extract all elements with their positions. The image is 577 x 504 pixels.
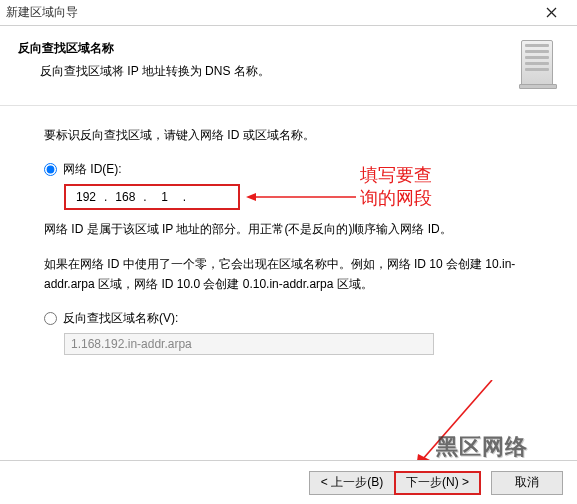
close-button[interactable] — [531, 1, 571, 25]
radio-network-id-label: 网络 ID(E): — [63, 161, 122, 178]
annotation-line1: 填写要查 — [360, 164, 432, 187]
svg-line-4 — [422, 380, 492, 460]
radio-network-id-input[interactable] — [44, 163, 57, 176]
annotation-text: 填写要查 询的网段 — [360, 164, 432, 211]
dot: . — [139, 190, 150, 204]
network-id-field[interactable]: . . . — [64, 184, 240, 210]
watermark-text: 黑区网络 — [436, 432, 528, 462]
dot: . — [100, 190, 111, 204]
cancel-button[interactable]: 取消 — [491, 471, 563, 495]
intro-text: 要标识反向查找区域，请键入网络 ID 或区域名称。 — [44, 126, 533, 145]
server-icon — [519, 40, 555, 98]
network-id-help: 网络 ID 是属于该区域 IP 地址的部分。用正常(不是反向的)顺序输入网络 I… — [44, 220, 533, 239]
radio-zone-name[interactable]: 反向查找区域名称(V): — [44, 310, 533, 327]
annotation-arrow-2 — [402, 380, 502, 470]
network-id-octet-2[interactable] — [111, 190, 139, 204]
wizard-footer: < 上一步(B) 下一步(N) > 取消 — [0, 460, 577, 504]
header-subtitle: 反向查找区域将 IP 地址转换为 DNS 名称。 — [40, 63, 559, 80]
zone-name-value: 1.168.192.in-addr.arpa — [71, 337, 192, 351]
next-button[interactable]: 下一步(N) > — [394, 471, 481, 495]
wizard-header: 反向查找区域名称 反向查找区域将 IP 地址转换为 DNS 名称。 — [0, 26, 577, 106]
annotation-line2: 询的网段 — [360, 187, 432, 210]
window-title: 新建区域向导 — [6, 4, 531, 21]
network-id-octet-3[interactable] — [151, 190, 179, 204]
example-text: 如果在网络 ID 中使用了一个零，它会出现在区域名称中。例如，网络 ID 10 … — [44, 255, 533, 293]
wizard-content: 要标识反向查找区域，请键入网络 ID 或区域名称。 网络 ID(E): . . … — [0, 106, 577, 355]
header-title: 反向查找区域名称 — [18, 40, 559, 57]
close-icon — [546, 7, 557, 18]
network-id-octet-1[interactable] — [72, 190, 100, 204]
dot: . — [179, 190, 190, 204]
back-button[interactable]: < 上一步(B) — [309, 471, 395, 495]
network-id-octet-4[interactable] — [190, 190, 218, 204]
radio-network-id[interactable]: 网络 ID(E): — [44, 161, 533, 178]
radio-zone-name-input[interactable] — [44, 312, 57, 325]
zone-name-field: 1.168.192.in-addr.arpa — [64, 333, 434, 355]
titlebar: 新建区域向导 — [0, 0, 577, 26]
radio-zone-name-label: 反向查找区域名称(V): — [63, 310, 178, 327]
